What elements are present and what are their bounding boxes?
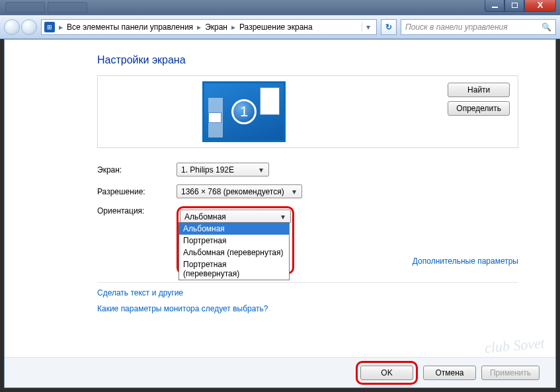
display-value: 1. Philips 192E	[181, 165, 234, 175]
chevron-right-icon: ▸	[196, 22, 202, 32]
orientation-value: Альбомная	[184, 212, 226, 221]
chevron-down-icon: ▾	[290, 187, 299, 196]
orientation-dropdown: Альбомная Портретная Альбомная (переверн…	[179, 222, 290, 280]
monitor-help-link[interactable]: Какие параметры монитора следует выбрать…	[97, 304, 268, 313]
window-controls: X	[485, 0, 556, 12]
breadcrumb-resolution[interactable]: Разрешение экрана	[239, 22, 313, 32]
refresh-button[interactable]: ↻	[381, 19, 397, 35]
titlebar-tabs	[5, 2, 87, 13]
orientation-label: Ориентация:	[97, 206, 177, 216]
maximize-button[interactable]	[504, 0, 524, 12]
dialog-footer: OK Отмена Применить	[5, 357, 555, 387]
back-button[interactable]	[4, 19, 20, 35]
address-dropdown-icon[interactable]: ▾	[362, 22, 374, 32]
orientation-option[interactable]: Портретная (перевернутая)	[179, 258, 289, 280]
monitor-number-badge: 1	[231, 99, 257, 124]
explorer-toolbar: ⊞ ▸ Все элементы панели управления ▸ Экр…	[0, 15, 560, 39]
window-thumb-icon	[260, 87, 280, 115]
monitor-thumbnail[interactable]: 1	[202, 81, 286, 142]
close-button[interactable]: X	[524, 0, 556, 12]
detect-button[interactable]: Определить	[448, 101, 510, 116]
display-label: Экран:	[97, 165, 177, 175]
chevron-down-icon: ▾	[278, 212, 288, 221]
chevron-right-icon: ▸	[230, 22, 237, 32]
search-placeholder: Поиск в панели управления	[405, 22, 508, 32]
text-size-link[interactable]: Сделать текст и другие	[97, 288, 183, 297]
orientation-select[interactable]: Альбомная ▾	[180, 210, 291, 223]
forward-button[interactable]	[21, 19, 37, 35]
watermark: club Sovet	[484, 334, 545, 357]
resolution-value: 1366 × 768 (рекомендуется)	[181, 187, 284, 196]
control-panel-icon: ⊞	[44, 22, 55, 32]
window-titlebar	[0, 0, 560, 15]
page-body: Настройки экрана 1 Найти Определить Экра…	[4, 39, 556, 388]
chevron-down-icon: ▾	[257, 165, 266, 175]
links-section: Дополнительные параметры Сделать текст и…	[97, 282, 518, 320]
search-input[interactable]: Поиск в панели управления 🔍	[401, 19, 556, 35]
search-icon: 🔍	[541, 22, 551, 32]
ok-button[interactable]: OK	[360, 366, 413, 380]
orientation-option[interactable]: Альбомная	[179, 223, 289, 235]
display-preview-panel: 1 Найти Определить	[97, 75, 518, 148]
orientation-option[interactable]: Портретная	[179, 235, 289, 247]
nav-buttons	[4, 19, 37, 35]
display-select[interactable]: 1. Philips 192E ▾	[177, 163, 269, 176]
minimize-button[interactable]	[485, 0, 504, 12]
breadcrumb-screen[interactable]: Экран	[205, 22, 227, 32]
page-title: Настройки экрана	[97, 54, 518, 66]
breadcrumb-root[interactable]: Все элементы панели управления	[67, 22, 193, 32]
cancel-button[interactable]: Отмена	[423, 366, 476, 380]
address-bar[interactable]: ⊞ ▸ Все элементы панели управления ▸ Экр…	[41, 19, 377, 35]
apply-button[interactable]: Применить	[481, 366, 540, 380]
window-thumb-icon	[208, 112, 221, 123]
advanced-settings-link[interactable]: Дополнительные параметры	[413, 256, 518, 266]
orientation-option[interactable]: Альбомная (перевернутая)	[179, 247, 289, 258]
resolution-select[interactable]: 1366 × 768 (рекомендуется) ▾	[177, 184, 302, 198]
tab-ghost	[5, 2, 45, 13]
resolution-label: Разрешение:	[97, 187, 177, 196]
chevron-right-icon: ▸	[58, 22, 64, 32]
tab-ghost	[48, 2, 87, 13]
find-button[interactable]: Найти	[448, 83, 510, 97]
ok-highlight: OK	[356, 361, 418, 385]
